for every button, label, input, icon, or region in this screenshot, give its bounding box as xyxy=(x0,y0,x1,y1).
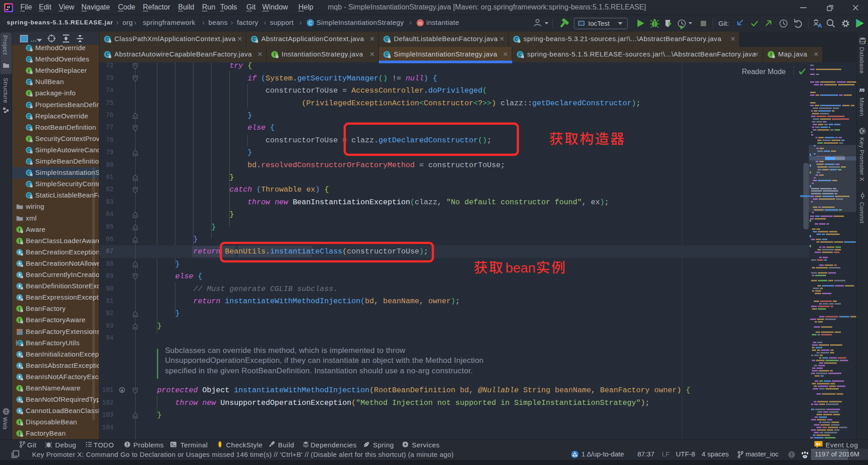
svg-text:I: I xyxy=(28,91,30,96)
svg-text:I: I xyxy=(19,420,20,425)
svg-text:I: I xyxy=(28,68,30,73)
svg-text:Git:: Git: xyxy=(718,19,729,27)
svg-text:I: I xyxy=(19,431,20,436)
svg-text:I: I xyxy=(28,136,30,141)
svg-text:I: I xyxy=(19,318,20,323)
svg-text:9+: 9+ xyxy=(816,442,821,446)
svg-text:I: I xyxy=(19,306,20,311)
svg-text:m: m xyxy=(418,21,422,26)
svg-text:du: du xyxy=(803,455,807,458)
svg-text:I: I xyxy=(19,238,20,243)
svg-text:I: I xyxy=(274,52,275,57)
svg-text:IocTest: IocTest xyxy=(588,19,610,27)
svg-text:C: C xyxy=(309,20,312,26)
svg-text:A: A xyxy=(818,22,822,29)
svg-text:I: I xyxy=(770,52,772,57)
svg-text:I: I xyxy=(19,386,20,391)
svg-text:I: I xyxy=(19,227,20,232)
svg-text:IJ: IJ xyxy=(7,5,10,9)
